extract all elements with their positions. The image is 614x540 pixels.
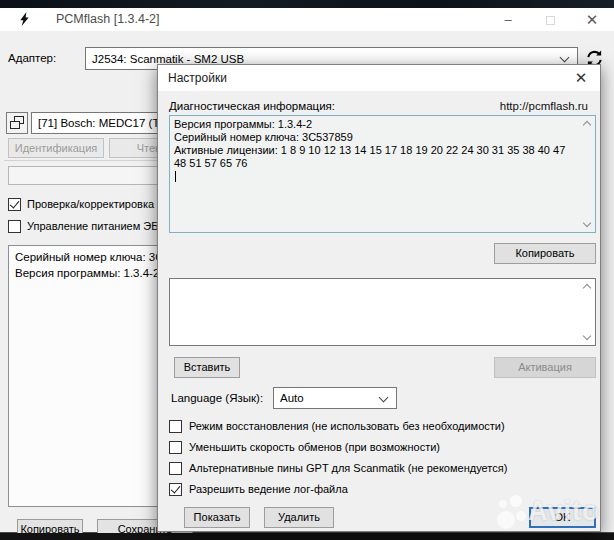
website-link[interactable]: http://pcmflash.ru	[500, 100, 588, 112]
scroll-down-icon[interactable]	[583, 332, 591, 340]
window-title: PCMflash [1.3.4-2]	[56, 12, 160, 26]
dialog-close-button[interactable]: ✕	[571, 69, 591, 87]
adapter-value: J2534: Scanmatik - SM2 USB	[92, 53, 244, 65]
checkbox-label: Уменьшить скорость обменов (при возможно…	[189, 441, 440, 453]
diagnostic-info-label: Диагностическая информация:	[169, 100, 335, 112]
diagnostic-info-textarea[interactable]: Версия программы: 1.3.4-2 Серийный номер…	[169, 115, 596, 233]
checkbox-label: Альтернативные пины GPT для Scanmatik (н…	[189, 462, 507, 474]
chevron-down-icon	[560, 53, 570, 63]
show-log-button[interactable]: Показать	[184, 507, 250, 528]
checkbox[interactable]	[169, 420, 182, 433]
text-caret	[175, 171, 176, 182]
desktop-background-bottom	[0, 533, 614, 540]
module-list-button[interactable]	[6, 112, 28, 134]
tab-identification[interactable]: Идентификация	[8, 138, 104, 158]
copy-diagnostic-button[interactable]: Копировать	[494, 243, 596, 264]
language-value: Auto	[280, 392, 304, 404]
title-bar: PCMflash [1.3.4-2] – ✕	[0, 8, 614, 31]
checkbox-label: Проверка/корректировка К	[27, 198, 164, 210]
dialog-title: Настройки	[168, 71, 227, 85]
language-label: Language (Язык):	[171, 392, 263, 404]
lightning-icon	[17, 11, 32, 27]
close-button[interactable]: ✕	[575, 8, 609, 31]
minimize-button[interactable]: –	[491, 8, 525, 31]
maximize-icon	[546, 16, 555, 25]
language-dropdown[interactable]: Auto	[273, 387, 397, 409]
adapter-label: Адаптер:	[8, 52, 56, 64]
checkbox[interactable]	[169, 462, 182, 475]
paste-button[interactable]: Вставить	[174, 357, 240, 378]
chevron-down-icon	[379, 393, 389, 403]
checkbox[interactable]	[8, 198, 21, 211]
checkbox[interactable]	[169, 483, 182, 496]
diagnostic-text: Версия программы: 1.3.4-2 Серийный номер…	[174, 118, 577, 170]
activation-code-textarea[interactable]	[169, 278, 596, 346]
screen: PCMflash [1.3.4-2] – ✕ Адаптер: J2534: S…	[0, 0, 614, 540]
checkbox-label: Управление питанием ЭБУ	[27, 220, 165, 232]
maximize-button[interactable]	[533, 8, 567, 31]
checkbox-label: Разрешить ведение лог-файла	[189, 483, 348, 495]
checkbox-label: Режим восстановления (не использовать бе…	[189, 420, 505, 432]
scroll-up-icon[interactable]	[583, 284, 591, 292]
dialog-title-bar: Настройки ✕	[158, 65, 600, 91]
desktop-background-top	[0, 0, 614, 8]
activation-button: Активация	[494, 357, 596, 378]
checkbox[interactable]	[8, 220, 21, 233]
delete-log-button[interactable]: Удалить	[264, 507, 334, 528]
overlapping-windows-icon	[9, 115, 25, 131]
checkbox[interactable]	[169, 441, 182, 454]
ok-button[interactable]: OK	[529, 507, 596, 528]
settings-dialog: Настройки ✕ Диагностическая информация: …	[157, 64, 601, 532]
scroll-up-icon[interactable]	[583, 121, 591, 129]
scroll-down-icon[interactable]	[583, 219, 591, 227]
